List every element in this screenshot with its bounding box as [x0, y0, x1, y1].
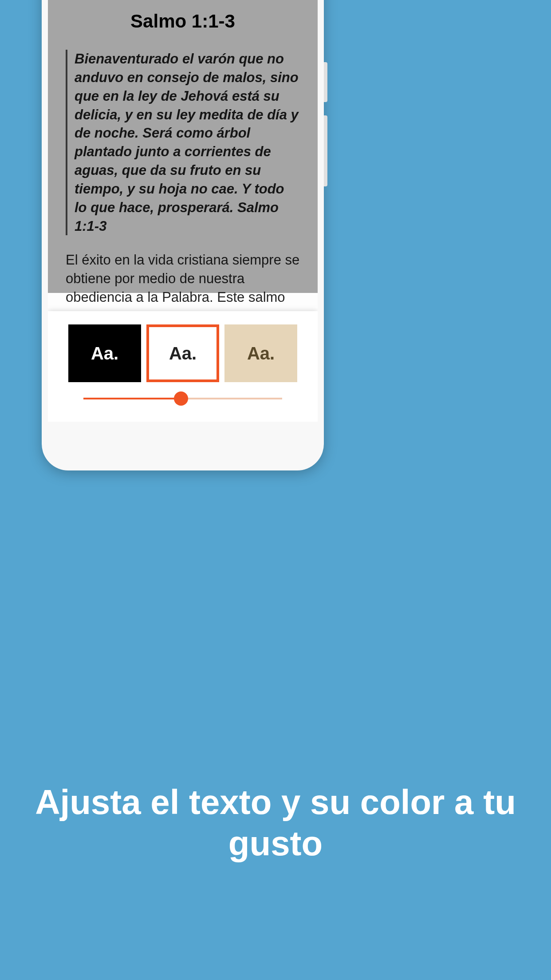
phone-side-button [324, 115, 327, 186]
slider-track [83, 398, 282, 399]
phone-side-button [324, 62, 327, 102]
theme-option-dark[interactable]: Aa. [68, 324, 141, 382]
content-area: Salmo 1:1-3 Bienaventurado el varón que … [48, 0, 318, 307]
slider-thumb[interactable] [174, 391, 188, 406]
promo-caption: Ajusta el texto y su color a tu gusto [0, 782, 551, 865]
slider-fill [83, 398, 181, 399]
phone-screen: 28 de Marzo ★ ⤴ ⋮ Salmo 1:1-3 Bienaventu… [48, 0, 318, 422]
verse-title: Salmo 1:1-3 [66, 11, 300, 32]
font-size-slider[interactable] [68, 398, 298, 399]
theme-option-light[interactable]: Aa. [146, 324, 219, 382]
slider-empty [181, 398, 282, 399]
theme-option-sepia[interactable]: Aa. [224, 324, 297, 382]
phone-frame: 28 de Marzo ★ ⤴ ⋮ Salmo 1:1-3 Bienaventu… [42, 0, 324, 470]
commentary-text: El éxito en la vida cristiana siempre se… [66, 251, 300, 307]
verse-text: Bienaventurado el varón que no anduvo en… [75, 50, 300, 235]
verse-quote-block: Bienaventurado el varón que no anduvo en… [66, 50, 300, 235]
theme-options: Aa. Aa. Aa. [68, 324, 298, 382]
text-settings-panel: Aa. Aa. Aa. [48, 311, 318, 422]
